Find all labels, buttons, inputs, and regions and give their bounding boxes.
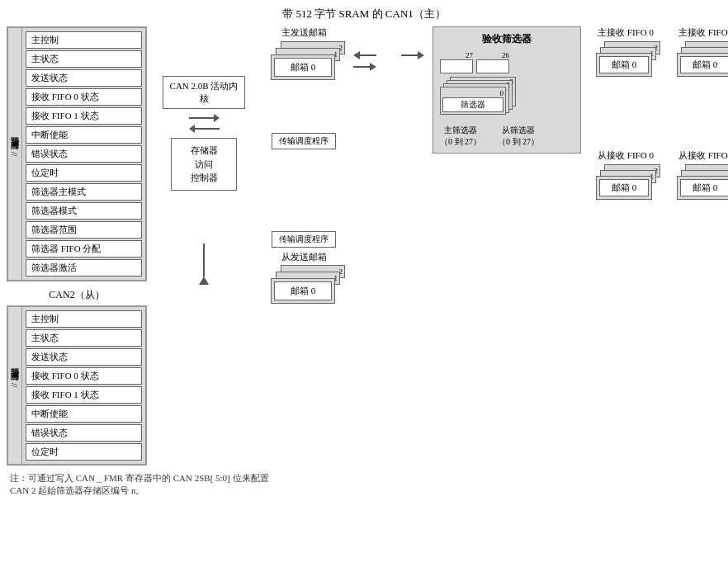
slave-tx-row: 传输调度程序 从发送邮箱 2 1 邮箱 0 <box>262 231 728 319</box>
mrx1-main: 邮箱 0 <box>677 53 728 77</box>
can1-panel: 控制/状态/配置 主控制主状态发送状态接收 FIFO 0 状态接收 FIFO 1… <box>7 26 147 281</box>
arrow-tx-storage <box>353 51 376 71</box>
filter-27-box <box>440 59 473 73</box>
can2-reg-item: 中断使能 <box>26 405 142 423</box>
master-filter-label: 主筛选器 <box>440 125 481 136</box>
can2-vlabel: 控制/状态/配置 <box>7 306 22 465</box>
filter-boxes-container: 27 26 <box>440 51 574 73</box>
mrx0-label: 邮箱 0 <box>599 56 649 73</box>
filter-26-section: 26 <box>476 51 509 73</box>
master-rx-row: 主接收 FIFO 0 2 1 邮箱 0 <box>589 26 728 95</box>
master-rx-fifo0-title: 主接收 FIFO 0 <box>598 26 654 39</box>
srx0-label: 邮箱 0 <box>599 179 649 196</box>
can2-reg-item: 主状态 <box>26 329 142 347</box>
can2-title: CAN2（从） <box>7 288 147 302</box>
can2-panel: 控制/状态/配置 主控制主状态发送状态接收 FIFO 0 状态接收 FIFO 1… <box>7 305 147 466</box>
filter-sub-labels: 主筛选器 （0 到 27） 从筛选器 （0 到 27） <box>440 125 574 148</box>
can1-label: 控制/状态/配置 <box>9 152 21 157</box>
master-tx-section: 主发送邮箱 2 1 邮箱 0 <box>262 26 345 149</box>
master-tx-label: 邮箱 0 <box>274 58 332 77</box>
slave-rx-fifo1: 从接收 FIFO 1 2 1 邮箱 0 <box>670 149 728 218</box>
can1-reg-item: 接收 FIFO 1 状态 <box>26 107 142 125</box>
page-title: 带 512 字节 SRAM 的 CAN1（主） <box>7 7 721 21</box>
f-main: 0 筛选器 <box>440 87 506 115</box>
note-text: 注：可通过写入 CAN＿FMR 寄存器中的 CAN 2SB[ 5:0] 位来配置… <box>10 473 269 495</box>
f-num0: 0 <box>442 89 503 97</box>
mrx0-main: 邮箱 0 <box>596 53 652 77</box>
can2-reg-item: 发送状态 <box>26 348 142 366</box>
arrow-storage-filter <box>401 51 424 59</box>
can1-reg-item: 位定时 <box>26 164 142 182</box>
filter-label: 筛选器 <box>442 97 503 112</box>
filter-row2: 3 2 .. 0 <box>440 77 574 118</box>
srx0-stacked: 2 1 邮箱 0 <box>596 164 662 218</box>
mrx1-label: 邮箱 0 <box>680 56 728 73</box>
filter-26-num: 26 <box>476 51 509 59</box>
filter-stacked: 3 2 .. 0 <box>440 77 522 118</box>
master-rx-fifo1-title: 主接收 FIFO 1 <box>678 26 728 39</box>
can1-reg-item: 主控制 <box>26 31 142 49</box>
can1-reg-item: 发送状态 <box>26 69 142 87</box>
arrow-group <box>179 114 229 133</box>
stack-main: 邮箱 0 <box>271 54 335 80</box>
transport-program: 传输调度程序 <box>272 133 336 149</box>
right-col: 主发送邮箱 2 1 邮箱 0 <box>262 26 728 319</box>
slave-rx-fifo0: 从接收 FIFO 0 2 1 邮箱 0 <box>589 149 662 218</box>
can2-registers: 主控制主状态发送状态接收 FIFO 0 状态接收 FIFO 1 状态中断使能错误… <box>22 306 146 465</box>
slave-filter-label: 从筛选器 <box>498 125 539 136</box>
note-section: 注：可通过写入 CAN＿FMR 寄存器中的 CAN 2SB[ 5:0] 位来配置… <box>7 472 721 497</box>
top-row: 主发送邮箱 2 1 邮箱 0 <box>262 26 728 218</box>
can1-reg-item: 筛选器主模式 <box>26 183 142 201</box>
can2-label: 控制/状态/配置 <box>9 383 21 388</box>
slave-tx-section: 传输调度程序 从发送邮箱 2 1 邮箱 0 <box>262 231 345 319</box>
stx-main: 邮箱 0 <box>271 278 335 304</box>
filter-27-num: 27 <box>440 51 473 59</box>
can1-reg-item: 中断使能 <box>26 126 142 144</box>
srx1-main: 邮箱 0 <box>677 176 728 200</box>
can1-registers: 主控制主状态发送状态接收 FIFO 0 状态接收 FIFO 1 状态中断使能错误… <box>22 27 146 281</box>
slave-filter-range: （0 到 27） <box>498 136 539 148</box>
srx0-main: 邮箱 0 <box>596 176 652 200</box>
can-core: CAN 2.0B 活动内核 <box>163 76 245 109</box>
srx1-stacked: 2 1 邮箱 0 <box>677 164 728 218</box>
master-filter-info: 主筛选器 （0 到 27） <box>440 125 481 148</box>
core-storage-arrows <box>150 114 258 133</box>
filter-area-title: 验收筛选器 <box>440 32 574 46</box>
master-rx-fifo0: 主接收 FIFO 0 2 1 邮箱 0 <box>589 26 662 95</box>
slave-tx-label: 邮箱 0 <box>274 281 332 300</box>
arrow-left-1 <box>189 125 220 133</box>
can1-reg-item: 主状态 <box>26 50 142 68</box>
storage-label: 存储器访问控制器 <box>191 145 218 182</box>
master-tx-stacked: 2 1 邮箱 0 <box>271 41 345 103</box>
mrx0-stacked: 2 1 邮箱 0 <box>596 41 662 95</box>
can2-reg-item: 错误状态 <box>26 424 142 442</box>
can2-reg-item: 位定时 <box>26 443 142 461</box>
can-core-label: CAN 2.0B 活动内核 <box>170 81 239 103</box>
can1-vlabel: 控制/状态/配置 <box>7 27 22 281</box>
right-big: CAN 2.0B 活动内核 <box>150 26 728 319</box>
can1-reg-item: 筛选器模式 <box>26 202 142 220</box>
filter-26-box <box>476 59 509 73</box>
storage-controller: 存储器访问控制器 <box>171 138 237 191</box>
mrx1-stacked: 2 1 邮箱 0 <box>677 41 728 95</box>
can2-reg-item: 接收 FIFO 1 状态 <box>26 386 142 404</box>
slave-rx-fifo1-title: 从接收 FIFO 1 <box>678 149 728 162</box>
slave-filter-info: 从筛选器 （0 到 27） <box>498 125 539 148</box>
slave-tx-stacked: 2 1 邮箱 0 <box>271 265 345 319</box>
slave-rx-row: 从接收 FIFO 0 2 1 邮箱 0 <box>589 149 728 218</box>
content-row: 控制/状态/配置 主控制主状态发送状态接收 FIFO 0 状态接收 FIFO 1… <box>7 26 721 466</box>
can1-reg-item: 筛选器范围 <box>26 221 142 239</box>
page: 带 512 字节 SRAM 的 CAN1（主） 控制/状态/配置 主控制主状态发… <box>0 0 728 572</box>
can1-reg-item: 筛选器 FIFO 分配 <box>26 240 142 258</box>
left-panels: 控制/状态/配置 主控制主状态发送状态接收 FIFO 0 状态接收 FIFO 1… <box>7 26 147 466</box>
can2-reg-item: 接收 FIFO 0 状态 <box>26 367 142 385</box>
master-tx-title: 主发送邮箱 <box>281 26 327 39</box>
middle-col: CAN 2.0B 活动内核 <box>150 76 258 285</box>
srx1-label: 邮箱 0 <box>680 179 728 196</box>
slave-transport-program: 传输调度程序 <box>272 231 336 248</box>
can1-reg-item: 错误状态 <box>26 145 142 163</box>
master-rx-fifo1: 主接收 FIFO 1 2 1 邮箱 0 <box>670 26 728 95</box>
rx-fifos-col: 主接收 FIFO 0 2 1 邮箱 0 <box>589 26 728 218</box>
filter-27-section: 27 <box>440 51 473 73</box>
slave-rx-fifo0-title: 从接收 FIFO 0 <box>598 149 654 162</box>
